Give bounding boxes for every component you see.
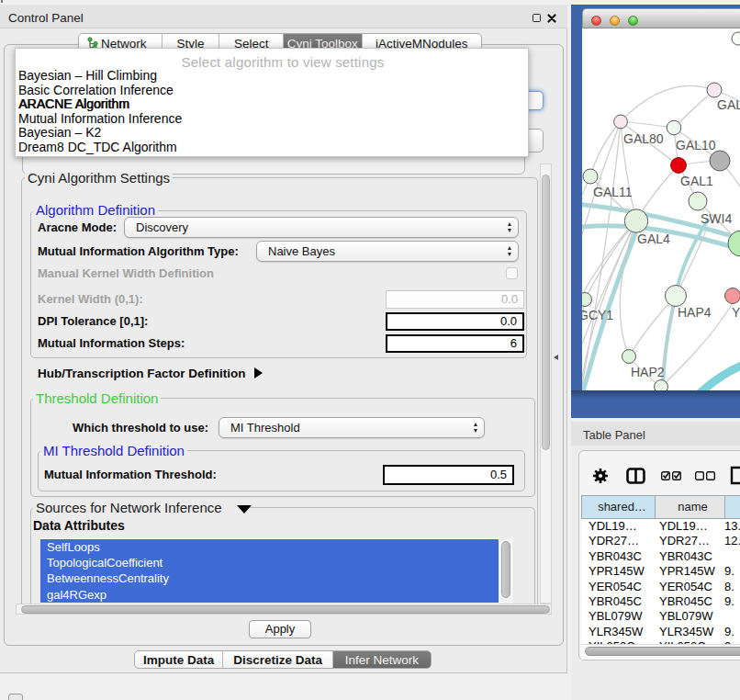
svg-text:GAL11: GAL11 xyxy=(593,185,633,199)
svg-text:HAP2: HAP2 xyxy=(631,365,665,379)
svg-text:YJ: YJ xyxy=(732,305,740,320)
svg-text:GAL4: GAL4 xyxy=(637,231,670,246)
svg-text:GAL1: GAL1 xyxy=(680,174,713,188)
svg-text:GAL7: GAL7 xyxy=(717,97,740,112)
svg-text:SWI4: SWI4 xyxy=(701,211,732,226)
svg-text:GCY1: GCY1 xyxy=(582,308,613,322)
svg-text:GAL80: GAL80 xyxy=(623,131,664,146)
svg-text:HAP4: HAP4 xyxy=(678,305,712,320)
svg-text:GAL10: GAL10 xyxy=(676,138,716,152)
